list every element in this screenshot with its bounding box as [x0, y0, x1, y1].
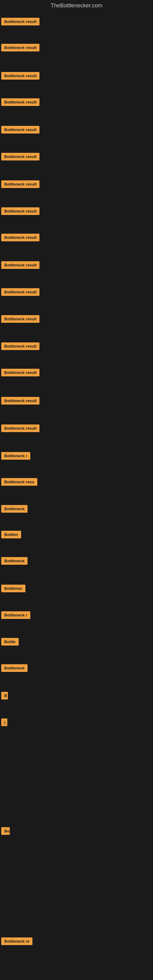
bottleneck-item: Bottleneck result: [0, 342, 40, 351]
bottleneck-item: Bottleneck: [0, 664, 27, 673]
bottleneck-item: Bottleneck resu: [0, 478, 37, 487]
bottleneck-badge: |: [1, 719, 7, 726]
bottleneck-item: Bottleneck result: [0, 44, 40, 52]
bottleneck-badge: Bottleneck result: [1, 397, 40, 404]
bottleneck-item: Bottleneck result: [0, 153, 40, 162]
bottleneck-item: Bottleneck r: [0, 452, 30, 461]
bottleneck-item: Bottleneck re: [0, 937, 32, 946]
bottleneck-badge: Bottleneck result: [1, 153, 40, 161]
bottleneck-item: Bo: [0, 827, 10, 836]
bottleneck-badge: Bottleneck result: [1, 207, 40, 215]
bottleneck-item: Bottleneck result: [0, 425, 40, 433]
bottleneck-badge: Bottleneck result: [1, 342, 40, 350]
bottleneck-item: Bottleneck result: [0, 126, 40, 135]
bottleneck-badge: Bottleneck result: [1, 288, 40, 296]
bottleneck-item: Bottleneck r: [0, 611, 30, 620]
bottleneck-item: Bottleneck result: [0, 98, 40, 107]
bottleneck-badge: Bottleneck: [1, 557, 27, 565]
bottleneck-badge: Bottleneck result: [1, 72, 40, 80]
bottleneck-item: Bottleneck: [0, 505, 27, 514]
bottleneck-badge: Bottleneck result: [1, 315, 40, 323]
bottleneck-item: Bottleneck result: [0, 234, 40, 243]
bottleneck-badge: Bottleneck result: [1, 18, 40, 25]
site-title: TheBottlenecker.com: [0, 0, 153, 13]
bottleneck-badge: B: [1, 692, 8, 700]
bottleneck-badge: Bottleneck r: [1, 452, 30, 460]
bottleneck-item: Bottlen: [0, 531, 21, 539]
bottleneck-item: Bottlenec: [0, 585, 26, 593]
bottleneck-badge: Bottleneck: [1, 505, 27, 513]
bottleneck-item: Bottleneck result: [0, 207, 40, 216]
bottleneck-item: Bottleneck result: [0, 288, 40, 297]
bottleneck-badge: Bottlen: [1, 531, 21, 538]
bottleneck-item: Bottleneck result: [0, 261, 40, 270]
bottleneck-item: Bottleneck result: [0, 315, 40, 324]
bottleneck-item: Bottleneck result: [0, 369, 40, 378]
bottleneck-item: Bottleneck result: [0, 180, 40, 189]
bottleneck-item: Bottleneck result: [0, 72, 40, 81]
bottleneck-badge: Bottlenec: [1, 585, 26, 592]
bottleneck-badge: Bottleneck result: [1, 98, 40, 106]
bottleneck-item: Bottleneck: [0, 557, 27, 566]
bottleneck-item: |: [0, 719, 7, 727]
bottleneck-badge: Bottleneck re: [1, 937, 32, 945]
bottleneck-badge: Bottleneck: [1, 664, 27, 672]
bottleneck-badge: Bottleneck resu: [1, 478, 37, 486]
bottleneck-badge: Bottle: [1, 638, 19, 646]
bottleneck-badge: Bo: [1, 827, 10, 835]
bottleneck-item: Bottle: [0, 638, 19, 647]
bottleneck-item: Bottleneck result: [0, 397, 40, 406]
bottleneck-badge: Bottleneck result: [1, 180, 40, 188]
bottleneck-badge: Bottleneck result: [1, 369, 40, 376]
bottleneck-badge: Bottleneck result: [1, 44, 40, 51]
bottleneck-badge: Bottleneck result: [1, 234, 40, 241]
bottleneck-item: B: [0, 692, 8, 701]
bottleneck-badge: Bottleneck r: [1, 611, 30, 619]
bottleneck-badge: Bottleneck result: [1, 126, 40, 134]
bottleneck-item: Bottleneck result: [0, 18, 40, 27]
bottleneck-badge: Bottleneck result: [1, 261, 40, 269]
bottleneck-badge: Bottleneck result: [1, 425, 40, 432]
